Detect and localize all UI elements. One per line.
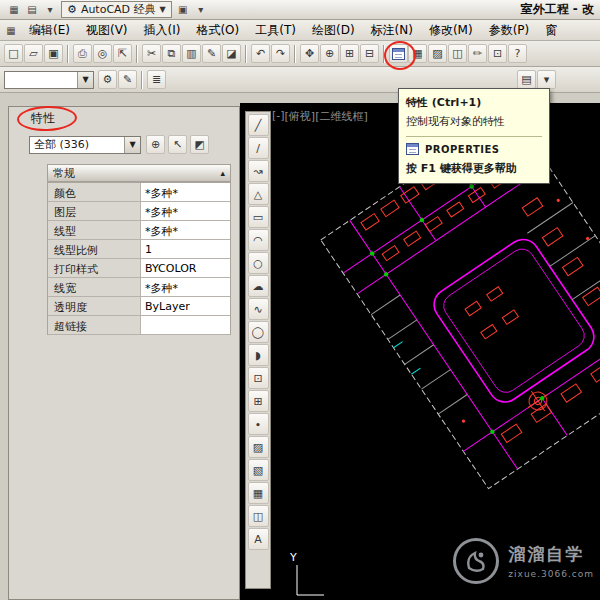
zoom-previous-icon[interactable]: ⊟ (360, 44, 379, 63)
table-icon[interactable]: ◫ (248, 505, 269, 527)
circle-icon[interactable]: ○ (248, 252, 269, 274)
workspace-switcher[interactable]: ⚙ AutoCAD 经典 ▼ (61, 1, 172, 18)
plot-preview-icon[interactable]: ◎ (93, 44, 112, 63)
new-file-icon[interactable]: □ (4, 44, 23, 63)
viewport-visual-style-control[interactable]: [二维线框] (315, 109, 368, 124)
revision-cloud-icon[interactable]: ☁ (248, 275, 269, 297)
property-value[interactable]: ByLayer (140, 297, 230, 315)
line-icon[interactable]: ╱ (248, 114, 269, 136)
plot-icon[interactable]: ⎙ (73, 44, 92, 63)
palette-title: 特性 (31, 111, 55, 125)
annotation-scale-icon[interactable]: ▾ (537, 70, 556, 89)
arc-icon[interactable]: ◠ (248, 229, 269, 251)
workspace-menu-icon[interactable]: ▾ (193, 2, 209, 17)
make-block-icon[interactable]: ⊞ (248, 390, 269, 412)
property-value[interactable]: 1 (140, 240, 230, 258)
property-value[interactable]: BYCOLOR (140, 259, 230, 277)
point-icon[interactable]: ∙ (248, 413, 269, 435)
menu-tools[interactable]: 工具(T) (247, 20, 304, 41)
tooltip-help: 按 F1 键获得更多帮助 (406, 161, 542, 183)
markup-set-manager-icon[interactable]: ✏ (468, 44, 487, 63)
property-value[interactable]: *多种* (140, 221, 230, 239)
menu-edit[interactable]: 编辑(E) (21, 20, 78, 41)
property-value[interactable]: *多种* (140, 183, 230, 201)
property-value[interactable]: *多种* (140, 202, 230, 220)
insert-block-icon[interactable]: ⊡ (248, 367, 269, 389)
select-objects-icon[interactable]: ↖ (168, 135, 187, 154)
designcenter-icon[interactable]: ▦ (408, 44, 427, 63)
menu-modify[interactable]: 修改(M) (421, 20, 481, 41)
menu-bar: ▦ 编辑(E)视图(V)插入(I)格式(O)工具(T)绘图(D)标注(N)修改(… (0, 20, 600, 41)
rectangle-icon[interactable]: ▭ (248, 206, 269, 228)
general-section-header[interactable]: 常规 ▴ (47, 164, 231, 182)
watermark-url: zixue.3066.com (508, 569, 594, 579)
tooltip-title: 特性 (Ctrl+1) (406, 95, 542, 110)
viewport-view-control[interactable]: [俯视] (285, 109, 316, 124)
properties-button[interactable] (389, 44, 408, 63)
palette-titlebar[interactable]: 特性 (9, 107, 239, 129)
zoom-realtime-icon[interactable]: ⊕ (320, 44, 339, 63)
zoom-tool-group: ✥⊕⊞⊟ (300, 44, 379, 63)
menu-view[interactable]: 视图(V) (78, 20, 136, 41)
gradient-icon[interactable]: ▧ (248, 459, 269, 481)
quick-select-icon[interactable]: ◩ (190, 135, 209, 154)
selection-filter-combo[interactable]: 全部 (336) ▼ (29, 136, 141, 154)
selection-filter-value: 全部 (336) (30, 137, 124, 152)
property-label: 透明度 (48, 297, 140, 315)
zoom-window-icon[interactable]: ⊞ (340, 44, 359, 63)
construction-line-icon[interactable]: ∕ (248, 137, 269, 159)
palettes-tool-group: ▦▨◫✏⊡? (408, 44, 527, 63)
layer-properties-icon[interactable]: ⚙ (98, 70, 117, 89)
layer-combo[interactable]: ▼ (4, 71, 94, 89)
region-icon[interactable]: ▦ (248, 482, 269, 504)
property-row: 线型 *多种* (48, 221, 230, 240)
app-grid-icon[interactable]: ▦ (6, 2, 22, 17)
copy-icon[interactable]: ⧉ (162, 44, 181, 63)
tool-palettes-icon[interactable]: ▨ (428, 44, 447, 63)
help-icon[interactable]: ? (508, 44, 527, 63)
property-value[interactable]: *多种* (140, 278, 230, 296)
spline-icon[interactable]: ∿ (248, 298, 269, 320)
ellipse-icon[interactable]: ◯ (248, 321, 269, 343)
match-properties-icon[interactable]: ✎ (202, 44, 221, 63)
chevron-down-icon[interactable]: ▼ (124, 137, 140, 153)
block-editor-icon[interactable]: ◪ (222, 44, 241, 63)
toggle-pickadd-icon[interactable]: ⊕ (146, 135, 165, 154)
undo-icon[interactable]: ↶ (251, 44, 270, 63)
publish-icon[interactable]: ⇱ (113, 44, 132, 63)
layer-states-icon[interactable]: ✎ (118, 70, 137, 89)
save-icon[interactable]: ▣ (44, 44, 63, 63)
property-value[interactable] (140, 316, 230, 334)
cut-icon[interactable]: ✂ (142, 44, 161, 63)
polyline-icon[interactable]: ↝ (248, 160, 269, 182)
multiline-text-icon[interactable]: A (248, 528, 269, 550)
property-row: 线宽 *多种* (48, 278, 230, 297)
chevron-down-icon[interactable]: ▼ (77, 72, 93, 88)
quick-new-icon[interactable]: ▤ (24, 2, 40, 17)
undo-tool-group: ↶↷ (251, 44, 290, 63)
layer-list-icon[interactable]: ≣ (147, 70, 166, 89)
hatch-icon[interactable]: ▨ (248, 436, 269, 458)
quick-access-dropdown-icon[interactable]: ▾ (42, 2, 58, 17)
collapse-icon[interactable]: ▴ (220, 168, 225, 178)
polygon-icon[interactable]: △ (248, 183, 269, 205)
selection-buttons: ⊕↖◩ (146, 135, 209, 154)
menu-draw[interactable]: 绘图(D) (304, 20, 363, 41)
redo-icon[interactable]: ↷ (271, 44, 290, 63)
workspace-save-icon[interactable]: ▣ (175, 2, 191, 17)
ellipse-arc-icon[interactable]: ◗ (248, 344, 269, 366)
menu-insert[interactable]: 插入(I) (136, 20, 189, 41)
viewport-menu-control[interactable]: [-] (272, 109, 285, 124)
draw-order-icon[interactable]: ▤ (517, 70, 536, 89)
paste-icon[interactable]: ▥ (182, 44, 201, 63)
menu-parametric[interactable]: 参数(P) (481, 20, 538, 41)
menu-window[interactable]: 窗 (537, 20, 565, 41)
menu-format[interactable]: 格式(O) (188, 20, 247, 41)
property-label: 线型 (48, 221, 140, 239)
quickcalc-icon[interactable]: ⊡ (488, 44, 507, 63)
menu-app-icon[interactable]: ▦ (3, 23, 19, 38)
menu-dimension[interactable]: 标注(N) (363, 20, 421, 41)
open-file-icon[interactable]: ▱ (24, 44, 43, 63)
sheet-set-manager-icon[interactable]: ◫ (448, 44, 467, 63)
pan-icon[interactable]: ✥ (300, 44, 319, 63)
